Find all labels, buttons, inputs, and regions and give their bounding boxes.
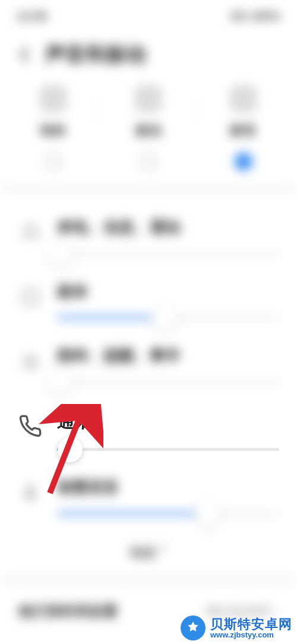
call-volume-slider[interactable] — [57, 448, 279, 451]
media-volume-slider[interactable] — [57, 316, 279, 319]
svg-rect-0 — [23, 290, 37, 304]
assistant-volume-row: 智慧语音 — [18, 464, 279, 528]
ringtone-volume-row: 来电、信息、通知 — [18, 204, 279, 268]
watermark-title: 贝斯特安卓网 — [210, 617, 292, 631]
alarm-volume-slider[interactable] — [57, 380, 279, 383]
watermark: 贝斯特安卓网 www.zjbstyy.com — [181, 615, 292, 640]
assistant-slider-knob[interactable] — [195, 501, 220, 526]
mode-ring[interactable]: 响铃 — [6, 85, 101, 171]
call-volume-label: 通话 — [57, 409, 279, 434]
watermark-logo-icon — [181, 615, 206, 640]
ringtone-volume-slider[interactable] — [57, 252, 279, 255]
alarm-volume-label: 闹钟、提醒、事件 — [57, 345, 279, 366]
ringtone-volume-label: 来电、信息、通知 — [57, 217, 279, 238]
mode-silent-radio[interactable] — [235, 153, 252, 171]
mode-vibrate-label: 振动 — [135, 122, 162, 140]
alarm-icon — [18, 349, 43, 374]
media-icon — [18, 285, 43, 310]
mode-silent-label: 静音 — [230, 122, 257, 140]
ringtone-icon — [18, 220, 43, 245]
assistant-volume-slider[interactable] — [57, 512, 279, 515]
section-divider — [0, 186, 297, 192]
collapse-label: 收起 — [130, 545, 156, 560]
call-volume-row: 通话 — [18, 396, 279, 464]
silent-icon — [230, 85, 257, 112]
dnd-setting-label: 免打扰时间设置 — [18, 602, 118, 621]
settings-header: 声音和振动 — [0, 23, 297, 81]
ringtone-setting-row[interactable]: 来电铃声 Pageant › — [18, 640, 279, 644]
media-volume-label: 媒体 — [57, 281, 279, 302]
page-title: 声音和振动 — [45, 41, 146, 68]
status-right: 5G 100% — [231, 10, 280, 23]
mode-silent[interactable]: 静音 — [196, 85, 291, 171]
assistant-volume-label: 智慧语音 — [57, 477, 279, 498]
alarm-volume-row: 闹钟、提醒、事件 — [18, 332, 279, 396]
sound-mode-row: 响铃 振动 静音 — [0, 81, 297, 186]
back-icon[interactable] — [15, 45, 34, 64]
collapse-toggle[interactable]: 收起 ˄ — [0, 528, 297, 577]
mode-ring-label: 响铃 — [40, 122, 67, 140]
watermark-url: www.zjbstyy.com — [210, 631, 292, 639]
ringtone-slider-knob[interactable] — [49, 241, 74, 266]
call-slider-knob[interactable] — [58, 437, 83, 462]
phone-icon — [18, 413, 43, 438]
media-slider-knob[interactable] — [151, 305, 176, 330]
bell-icon — [40, 85, 67, 112]
vibrate-icon — [135, 85, 162, 112]
svg-rect-2 — [28, 485, 33, 496]
mic-icon — [18, 481, 43, 506]
status-time: 12:08 — [17, 10, 47, 23]
chevron-up-icon: ˄ — [160, 545, 167, 560]
status-bar: 12:08 5G 100% — [0, 0, 297, 23]
media-volume-row: 媒体 — [18, 268, 279, 332]
mode-vibrate-radio[interactable] — [140, 153, 157, 171]
alarm-slider-knob[interactable] — [49, 370, 74, 394]
section-divider — [0, 577, 297, 583]
mode-ring-radio[interactable] — [45, 153, 62, 171]
mode-vibrate[interactable]: 振动 — [101, 85, 196, 171]
